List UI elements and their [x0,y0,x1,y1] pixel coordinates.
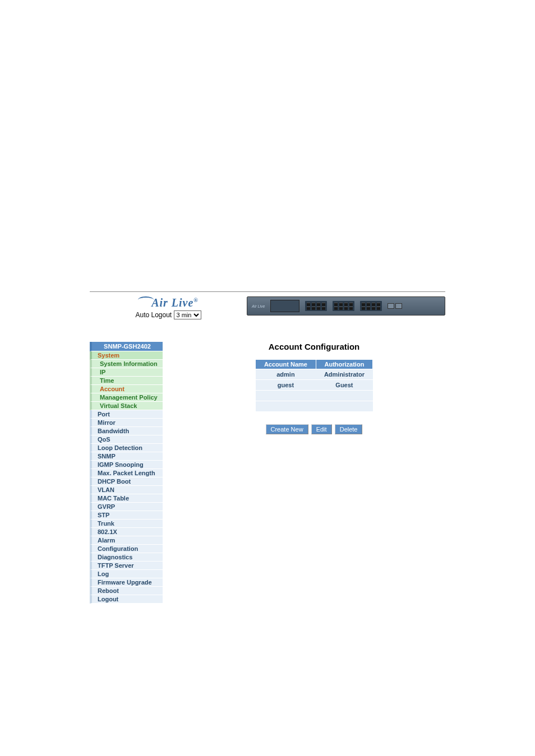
sidebar-item-vlan[interactable]: VLAN [90,486,163,494]
table-row[interactable]: adminAdministrator [256,369,373,380]
sidebar-item-stp[interactable]: STP [90,511,163,520]
edit-button[interactable]: Edit [311,424,332,434]
sidebar-item-gvrp[interactable]: GVRP [90,503,163,511]
col-authorization: Authorization [316,360,372,369]
port-bank-2 [333,301,354,311]
sidebar-item-max-packet-length[interactable]: Max. Packet Length [90,469,163,477]
sidebar-item-logout[interactable]: Logout [90,595,163,604]
delete-button[interactable]: Delete [335,424,363,434]
cell-authorization: Guest [316,380,372,391]
sidebar-item-system[interactable]: System [90,351,163,360]
port-bank-3 [360,301,382,311]
sidebar-item-802-1x[interactable]: 802.1X [90,528,163,536]
sidebar-sub-account[interactable]: Account [90,385,163,393]
sidebar-item-mirror[interactable]: Mirror [90,419,163,427]
sidebar-item-tftp-server[interactable]: TFTP Server [90,562,163,570]
sidebar-item-port[interactable]: Port [90,410,163,419]
sidebar-title: SNMP-GSH2402 [90,342,163,351]
sidebar-sub-management-policy[interactable]: Management Policy [90,393,163,402]
table-row-empty [256,391,373,401]
sfp-slots [388,303,402,309]
sidebar-item-firmware-upgrade[interactable]: Firmware Upgrade [90,578,163,587]
sidebar-item-igmp-snooping[interactable]: IGMP Snooping [90,461,163,469]
sidebar-sub-virtual-stack[interactable]: Virtual Stack [90,402,163,410]
sidebar-sub-time[interactable]: Time [90,377,163,385]
port-bank-1 [305,301,327,311]
sidebar-item-trunk[interactable]: Trunk [90,520,163,528]
cell-account-name: admin [256,369,316,380]
switch-device-image: Air Live [247,296,445,316]
cell-account-name: guest [256,380,316,391]
sidebar-item-dhcp-boot[interactable]: DHCP Boot [90,477,163,486]
col-account-name: Account Name [256,360,316,369]
table-row[interactable]: guestGuest [256,380,373,391]
sidebar-item-qos[interactable]: QoS [90,435,163,444]
sidebar-item-diagnostics[interactable]: Diagnostics [90,553,163,562]
sidebar-item-alarm[interactable]: Alarm [90,536,163,545]
sidebar-item-configuration[interactable]: Configuration [90,545,163,553]
auto-logout-row: Auto Logout 3 min [90,310,247,319]
brand-text: Air Live [151,296,193,309]
brand-logo: Air Live® [90,296,247,309]
sidebar-item-snmp[interactable]: SNMP [90,452,163,461]
sidebar-item-reboot[interactable]: Reboot [90,587,163,595]
sidebar-item-log[interactable]: Log [90,570,163,578]
page-title: Account Configuration [241,342,387,351]
top-divider [90,291,445,292]
cell-authorization: Administrator [316,369,372,380]
switch-brand-label: Air Live [252,304,265,308]
sidebar-item-loop-detection[interactable]: Loop Detection [90,444,163,452]
sidebar-sub-system-information[interactable]: System Information [90,360,163,368]
auto-logout-select[interactable]: 3 min [174,310,201,319]
sidebar-item-mac-table[interactable]: MAC Table [90,494,163,503]
sidebar-sub-ip[interactable]: IP [90,368,163,377]
create-new-button[interactable]: Create New [266,424,308,434]
sidebar-nav: SNMP-GSH2402 System System InformationIP… [90,342,163,604]
sidebar-item-bandwidth[interactable]: Bandwidth [90,427,163,435]
auto-logout-label: Auto Logout [135,311,172,319]
table-row-empty [256,401,373,412]
account-table: Account Name Authorization adminAdminist… [255,359,373,412]
status-led-panel [270,300,299,312]
